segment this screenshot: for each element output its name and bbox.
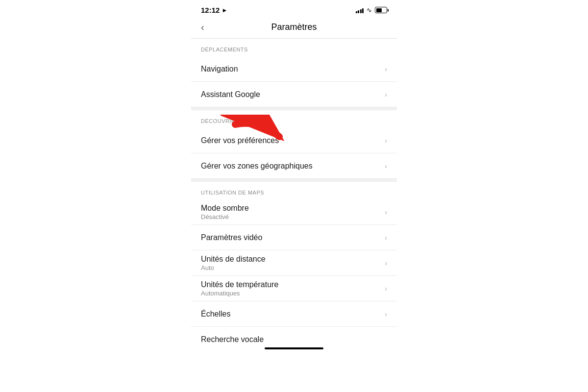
menu-item-sublabel: Auto xyxy=(201,264,266,271)
chevron-icon: › xyxy=(385,234,387,242)
menu-item-echelles[interactable]: Échelles › xyxy=(191,301,397,327)
menu-item-unites-temperature[interactable]: Unités de température Automatiques › xyxy=(191,276,397,301)
menu-item-navigation[interactable]: Navigation › xyxy=(191,56,397,82)
nav-header: ‹ Paramètres xyxy=(191,18,397,38)
chevron-icon: › xyxy=(385,137,387,145)
signal-icon xyxy=(356,7,364,13)
menu-item-label: Gérer vos préférences xyxy=(201,136,279,145)
chevron-icon: › xyxy=(385,162,387,170)
menu-item-sublabel: Désactivé xyxy=(201,213,249,220)
section-header-deplacements: DÉPLACEMENTS xyxy=(191,39,397,56)
back-button[interactable]: ‹ xyxy=(201,22,204,33)
menu-item-gerer-zones[interactable]: Gérer vos zones géographiques › xyxy=(191,153,397,179)
chevron-icon: › xyxy=(385,65,387,73)
wifi-icon: ∿ xyxy=(367,6,372,14)
menu-item-content: Assistant Google xyxy=(201,90,260,99)
menu-item-content: Unités de température Automatiques xyxy=(201,280,278,297)
home-indicator xyxy=(265,347,323,349)
menu-item-content: Échelles xyxy=(201,310,230,318)
menu-item-content: Navigation xyxy=(201,65,238,74)
status-bar: 12:12 ► ∿ xyxy=(191,0,397,18)
menu-item-label: Navigation xyxy=(201,65,238,74)
menu-item-content: Unités de distance Auto xyxy=(201,255,266,271)
menu-item-assistant-google[interactable]: Assistant Google › xyxy=(191,82,397,107)
page-title: Paramètres xyxy=(271,22,317,32)
status-icons: ∿ xyxy=(356,6,388,14)
menu-item-label: Paramètres vidéo xyxy=(201,233,262,242)
menu-item-sublabel: Automatiques xyxy=(201,290,278,297)
menu-item-label: Assistant Google xyxy=(201,90,260,99)
menu-item-label: Recherche vocale xyxy=(201,335,264,344)
menu-item-gerer-preferences[interactable]: Gérer vos préférences › xyxy=(191,128,397,153)
menu-item-content: Paramètres vidéo xyxy=(201,233,262,242)
menu-item-label: Gérer vos zones géographiques xyxy=(201,162,313,171)
menu-item-content: Gérer vos préférences xyxy=(201,136,279,145)
menu-item-content: Mode sombre Désactivé xyxy=(201,204,249,220)
menu-item-label: Échelles xyxy=(201,310,230,318)
menu-item-mode-sombre[interactable]: Mode sombre Désactivé › xyxy=(191,199,397,225)
battery-icon xyxy=(375,7,387,13)
menu-item-label: Unités de température xyxy=(201,280,278,289)
menu-item-content: Gérer vos zones géographiques xyxy=(201,162,313,171)
chevron-icon: › xyxy=(385,310,387,318)
menu-item-recherche-vocale[interactable]: Recherche vocale xyxy=(191,327,397,352)
menu-item-parametres-video[interactable]: Paramètres vidéo › xyxy=(191,225,397,250)
status-time: 12:12 ► xyxy=(201,6,227,14)
chevron-icon: › xyxy=(385,208,387,216)
menu-item-content: Recherche vocale xyxy=(201,335,264,344)
section-header-decouvrir: DÉCOUVRIR DES LIEUX xyxy=(191,110,397,128)
chevron-icon: › xyxy=(385,285,387,293)
content-wrapper: DÉPLACEMENTS Navigation › Assistant Goog… xyxy=(191,39,397,352)
chevron-icon: › xyxy=(385,259,387,267)
menu-item-label: Mode sombre xyxy=(201,204,249,213)
menu-item-unites-distance[interactable]: Unités de distance Auto › xyxy=(191,250,397,276)
section-header-utilisation: UTILISATION DE MAPS xyxy=(191,182,397,199)
menu-item-label: Unités de distance xyxy=(201,255,266,264)
chevron-icon: › xyxy=(385,91,387,98)
